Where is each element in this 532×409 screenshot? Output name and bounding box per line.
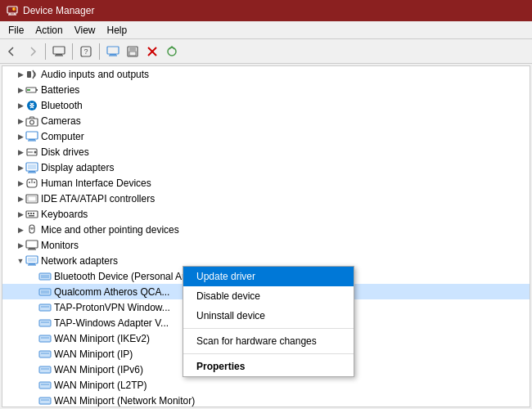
monitor-icon [25,239,38,252]
tree-item-ideata[interactable]: ▶ IDE ATA/ATAPI controllers [2,191,530,206]
svg-rect-70 [39,351,51,357]
expand-networkadapters[interactable]: ▼ [16,256,25,266]
qualcomm-label: Qualcomm Atheros QCA... [54,286,169,298]
svg-rect-42 [28,196,36,201]
expand-hid[interactable]: ▶ [16,178,25,188]
svg-rect-23 [36,89,38,91]
btpan-icon [38,270,52,283]
menu-help[interactable]: Help [102,23,133,38]
svg-text:!: ! [13,8,14,11]
svg-point-24 [27,101,37,110]
app-icon: ! [7,5,18,16]
tree-item-keyboards[interactable]: ▶ Keyboards [2,206,530,222]
svg-rect-66 [39,320,51,326]
menu-action[interactable]: Action [30,23,67,38]
computer-label: Computer [41,131,84,142]
ctx-uninstall-device[interactable]: Uninstall device [183,306,354,326]
svg-rect-52 [29,248,35,249]
tree-item-displayadapters[interactable]: ▶ Display adapters [2,160,530,175]
tree-item-monitors[interactable]: ▶ Monitors [2,237,530,253]
svg-rect-47 [29,215,34,217]
menu-view[interactable]: View [70,23,101,38]
ideata-label: IDE ATA/ATAPI controllers [41,193,155,204]
svg-rect-64 [39,304,51,311]
wan-ipv6-icon [38,363,52,376]
toolbar-monitor[interactable] [104,43,122,61]
expand-audio[interactable]: ▶ [16,70,25,79]
keyboard-icon [25,208,38,221]
toolbar-sep2 [72,43,73,60]
expand-bluetooth[interactable]: ▶ [16,101,25,110]
ctx-disable-device[interactable]: Disable device [183,286,354,306]
svg-point-39 [29,182,30,183]
ctx-properties[interactable]: Properties [183,357,354,376]
svg-rect-72 [39,366,51,373]
networkadapters-label: Network adapters [41,255,118,267]
toolbar-save[interactable] [124,43,142,61]
expand-monitors[interactable]: ▶ [16,240,25,250]
displayadapters-label: Display adapters [41,162,114,173]
toolbar-sep1 [45,43,46,60]
toolbar-delete[interactable] [143,43,161,61]
tree-item-batteries[interactable]: ▶ Batteries [2,82,530,97]
svg-rect-16 [129,52,136,56]
svg-rect-20 [27,71,31,78]
expand-batteries[interactable]: ▶ [16,85,25,95]
svg-rect-46 [33,213,34,214]
svg-rect-68 [39,335,51,342]
expand-displayadapters[interactable]: ▶ [16,163,25,173]
expand-ideata[interactable]: ▶ [16,194,25,204]
expand-computer[interactable]: ▶ [16,132,25,142]
main-area: ▶ Audio inputs and outputs ▶ Batteri [0,64,532,409]
svg-rect-27 [26,132,38,139]
device-tree[interactable]: ▶ Audio inputs and outputs ▶ Batteri [2,65,530,407]
monitors-label: Monitors [41,240,79,251]
tree-item-wan-l2tp[interactable]: WAN Miniport (L2TP) [2,377,530,393]
svg-rect-58 [39,273,51,280]
svg-rect-7 [56,54,62,56]
ide-icon [25,192,38,205]
tree-item-audio[interactable]: ▶ Audio inputs and outputs [2,66,530,82]
tree-item-diskdrives[interactable]: ▶ Disk drives [2,144,530,160]
tree-item-computer[interactable]: ▶ Computer [2,128,530,144]
wan-ip-icon [38,348,52,361]
menu-file[interactable]: File [3,23,29,38]
wan-l2tp-icon [38,379,52,392]
svg-rect-15 [129,47,136,51]
tree-item-hid[interactable]: ▶ Human Interface Devices [2,175,530,191]
tree-item-cameras[interactable]: ▶ Cameras [2,113,530,128]
svg-rect-25 [26,119,38,126]
tapwindows-icon [38,317,52,330]
cameras-label: Cameras [41,115,81,127]
wan-ip-label: WAN Miniport (IP) [54,348,133,360]
toolbar-forward[interactable] [23,43,41,61]
tree-item-bluetooth[interactable]: ▶ Bluetooth [2,97,530,113]
tree-item-mice[interactable]: ▶ Mice and other pointing devices [2,222,530,237]
svg-rect-0 [7,7,17,13]
tapwindows-label: TAP-Windows Adapter V... [54,317,169,329]
audio-label: Audio inputs and outputs [41,69,149,80]
title-bar: ! Device Manager [0,0,532,21]
computer-icon [25,130,38,143]
wan-ikev2-label: WAN Miniport (IKEv2) [54,333,150,344]
toolbar: ? [0,39,532,64]
camera-icon [25,115,38,128]
network-icon [25,254,38,267]
toolbar-back[interactable] [3,43,21,61]
svg-point-31 [34,151,37,153]
expand-diskdrives[interactable]: ▶ [16,147,25,157]
ctx-separator-2 [183,353,354,354]
toolbar-refresh[interactable] [163,43,181,61]
ctx-update-driver[interactable]: Update driver [183,267,354,286]
ctx-scan-hardware[interactable]: Scan for hardware changes [183,331,354,351]
diskdrives-label: Disk drives [41,146,89,158]
disk-icon [25,146,38,159]
expand-keyboards[interactable]: ▶ [16,209,25,219]
hid-label: Human Interface Devices [41,178,151,189]
tree-item-wan-netmon[interactable]: WAN Miniport (Network Monitor) [2,393,530,407]
toolbar-computer[interactable] [50,43,68,61]
toolbar-help[interactable]: ? [77,43,95,61]
bluetooth-icon [25,99,38,112]
expand-mice[interactable]: ▶ [16,225,25,235]
expand-cameras[interactable]: ▶ [16,116,25,126]
